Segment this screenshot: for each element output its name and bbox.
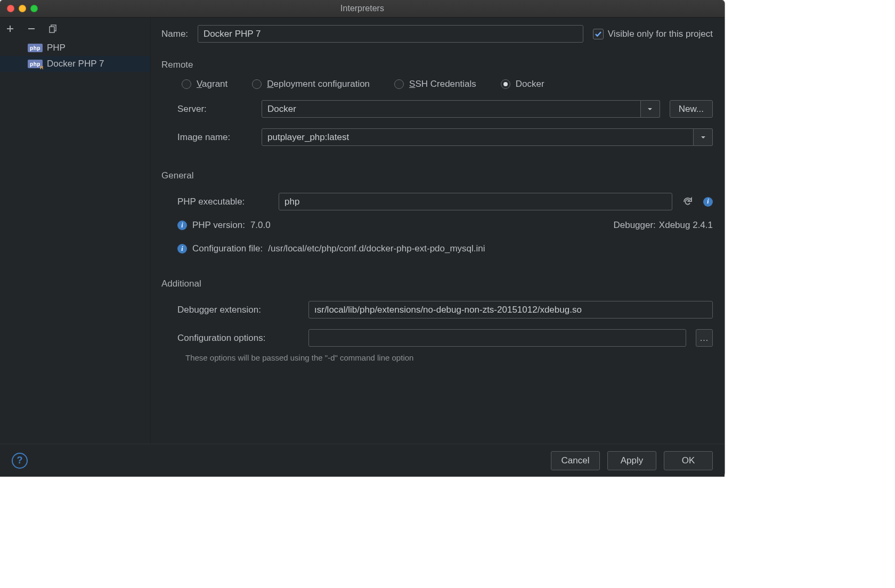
radio-icon [182,79,191,89]
visible-only-label: Visible only for this project [608,29,713,39]
maximize-icon[interactable] [30,5,38,12]
name-label: Name: [161,29,188,39]
ellipsis-button[interactable]: … [696,329,713,347]
apply-button[interactable]: Apply [607,451,656,470]
radio-ssh[interactable]: SSH Credentials [394,79,476,89]
list-item-label: PHP [47,43,66,53]
info-icon[interactable]: i [703,197,713,207]
interpreter-list: php PHP phpR Docker PHP 7 [0,38,150,72]
config-opts-hint: These options will be passed using the "… [161,353,713,362]
dialog-footer: ? Cancel Apply OK [0,444,725,477]
php-version-label: PHP version: [192,220,245,231]
info-icon: i [177,220,187,230]
config-opts-input[interactable] [308,329,686,347]
radio-icon [501,79,510,89]
section-remote: Remote [161,60,713,70]
help-button[interactable]: ? [12,453,28,469]
checkbox-icon [593,29,604,39]
name-input[interactable] [198,25,583,43]
minimize-icon[interactable] [19,5,26,12]
dbg-ext-label: Debugger extension: [177,305,299,315]
cancel-button[interactable]: Cancel [551,451,600,470]
sidebar-toolbar [0,18,150,38]
interpreters-dialog: Interpreters php PHP ph [0,0,725,477]
section-additional: Additional [161,279,713,289]
remote-type-radios: Vagrant Deployment configuration SSH Cre… [161,79,713,89]
list-item[interactable]: phpR Docker PHP 7 [0,56,150,72]
image-name-select[interactable] [262,128,694,146]
titlebar: Interpreters [0,0,725,18]
chevron-down-icon[interactable] [641,100,660,118]
list-item[interactable]: php PHP [0,40,150,56]
dbg-ext-input[interactable] [308,301,713,318]
reload-icon[interactable] [682,196,694,208]
debugger-value: Xdebug 2.4.1 [659,220,713,231]
radio-docker[interactable]: Docker [501,79,544,89]
php-remote-icon: phpR [28,60,43,68]
server-label: Server: [177,104,252,115]
radio-icon [252,79,262,89]
chevron-down-icon[interactable] [694,128,713,146]
php-exe-label: PHP executable: [177,197,269,207]
image-name-label: Image name: [177,132,252,143]
config-opts-label: Configuration options: [177,333,299,344]
server-select[interactable] [262,100,641,118]
info-icon: i [177,244,187,254]
php-exe-input[interactable] [279,193,672,210]
add-button[interactable] [4,23,16,35]
remove-button[interactable] [26,23,37,35]
php-version-value: 7.0.0 [250,220,271,231]
ok-button[interactable]: OK [664,451,713,470]
content-panel: Name: Visible only for this project Remo… [151,18,725,444]
config-file-label: Configuration file: [192,243,263,254]
list-item-label: Docker PHP 7 [47,59,104,69]
close-icon[interactable] [7,5,14,12]
debugger-label: Debugger: [613,220,655,231]
copy-button[interactable] [47,23,59,35]
radio-deployment[interactable]: Deployment configuration [252,79,370,89]
radio-icon [394,79,404,89]
window-title: Interpreters [340,4,384,13]
config-file-value: /usr/local/etc/php/conf.d/docker-php-ext… [268,243,485,254]
php-icon: php [28,44,43,52]
visible-only-checkbox[interactable]: Visible only for this project [593,29,713,39]
section-general: General [161,170,713,181]
sidebar: php PHP phpR Docker PHP 7 [0,18,151,444]
new-server-button[interactable]: New... [670,100,713,118]
svg-rect-0 [50,27,54,32]
radio-vagrant[interactable]: Vagrant [182,79,227,89]
window-controls [7,5,38,12]
